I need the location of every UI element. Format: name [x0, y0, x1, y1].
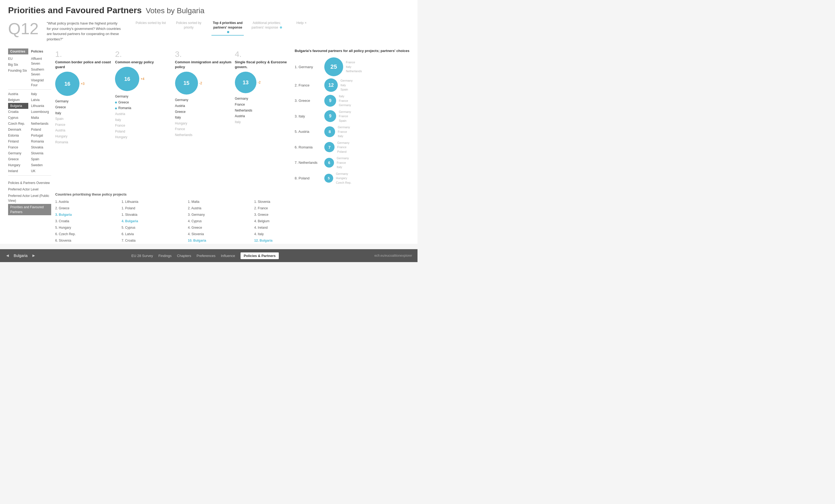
nav-chapters[interactable]: Chapters	[177, 254, 191, 258]
list-item: 3. Greece	[254, 211, 318, 218]
next-arrow[interactable]: ►	[32, 253, 36, 258]
country-item: France	[235, 102, 292, 108]
sidebar-nav-policies-partners-overview[interactable]: Policies & Partners Overview	[8, 180, 51, 186]
partner-8-sub: GermanyHungaryCzech Rep.	[336, 172, 351, 185]
sidebar-item-netherlands[interactable]: Netherlands	[31, 121, 51, 127]
partner-4-name: 3. Italy	[295, 114, 322, 118]
active-dot	[227, 31, 229, 33]
sidebar-item-southern-seven[interactable]: Southern Seven	[31, 66, 51, 77]
question-number: Q12	[8, 21, 39, 37]
sidebar-item-estonia[interactable]: Estonia	[8, 133, 28, 139]
sidebar-item-germany[interactable]: Germany	[8, 150, 28, 156]
policy-3-header: 3. Common immigration and asylum policy	[175, 48, 232, 69]
sidebar-item-eu[interactable]: EU	[8, 56, 28, 62]
sidebar-item-uk[interactable]: UK	[31, 168, 51, 174]
tab-policies-by-priority[interactable]: Policies sorted by priority	[172, 21, 205, 31]
nav-findings[interactable]: Findings	[158, 254, 171, 258]
sidebar-item-founding-six[interactable]: Founding Six	[8, 67, 28, 74]
sidebar-item-bulgaria[interactable]: Bulgaria	[8, 103, 28, 109]
sidebar-item-belgium[interactable]: Belgium	[8, 97, 28, 103]
website-url: ecfr.eu/eucoalitionexplorer	[374, 254, 412, 258]
partner-row-4: 3. Italy 9 GermanyFranceSpain	[295, 109, 409, 123]
tab-top4-priorities[interactable]: Top 4 priorities and partners' response	[211, 21, 244, 36]
prev-arrow[interactable]: ◄	[5, 253, 10, 258]
sidebar-item-luxembourg[interactable]: Luxembourg	[31, 109, 51, 115]
sidebar-nav-preferred-actor-public[interactable]: Preferred Actor Level (Public View)	[8, 193, 51, 204]
list-item-highlight[interactable]: 3. Bulgaria	[55, 211, 119, 218]
country-item-gray: Austria	[115, 111, 172, 117]
sidebar-item-austria[interactable]: Austria	[8, 91, 28, 97]
nav-influence[interactable]: Influence	[221, 254, 235, 258]
policy-1-rank: 1.	[55, 49, 62, 58]
policies-header: Policies	[31, 48, 51, 55]
sidebar-item-affluent-seven[interactable]: Affluent Seven	[31, 56, 51, 66]
list-item-highlight[interactable]: 12. Bulgaria	[254, 237, 318, 244]
partner-2-circle: 12	[324, 78, 338, 92]
partner-1-circle: 25	[324, 57, 343, 76]
policy-col-3: 3. Common immigration and asylum policy …	[175, 48, 232, 187]
sidebar-nav-priorities-partners[interactable]: Priorities and Favoured Partners	[8, 204, 51, 215]
partner-row-6: 6. Romania 7 GermanyFrancePoland	[295, 141, 409, 154]
partner-7-name: 7. Netherlands	[295, 161, 322, 165]
prioritising-grid: 1. Austria 2. Greece 3. Bulgaria 3. Croa…	[55, 199, 409, 244]
help-button[interactable]: Help ×	[296, 21, 307, 25]
partner-row-3: 3. Greece 9 ItalyFranceGermany	[295, 94, 409, 107]
sidebar-item-cyprus[interactable]: Cyprus	[8, 115, 28, 121]
sidebar-divider-1	[8, 89, 51, 90]
country-item-gray: Hungary	[115, 135, 172, 140]
policy-4-circle-area: 13 -2	[235, 72, 292, 93]
sidebar-item-italy[interactable]: Italy	[31, 91, 51, 97]
sidebar-item-visegrad-four[interactable]: Visegrád Four	[31, 77, 51, 88]
policy-3-delta: -2	[199, 81, 202, 85]
content-row: Countries Policies EU Big Six Founding S…	[8, 48, 409, 244]
sidebar-item-slovakia[interactable]: Slovakia	[31, 144, 51, 150]
partner-2-name: 2. France	[295, 83, 322, 87]
sidebar-item-sweden[interactable]: Sweden	[31, 162, 51, 168]
country-item: Germany	[235, 96, 292, 102]
sidebar-item-big-six[interactable]: Big Six	[8, 62, 28, 67]
list-item-highlight[interactable]: 10. Bulgaria	[188, 237, 251, 244]
sidebar-item-croatia[interactable]: Croatia	[8, 109, 28, 115]
partner-2-sub: GermanyItalySpain	[341, 78, 352, 92]
policy-col-4: 4. Single fiscal policy & Eurozone gover…	[235, 48, 292, 187]
sidebar-item-greece[interactable]: Greece	[8, 156, 28, 162]
nav-policies-partners[interactable]: Policies & Partners	[241, 253, 279, 259]
page-header: Priorities and Favoured Partners Votes b…	[8, 5, 409, 15]
nav-eu28-survey[interactable]: EU 28 Survey	[131, 254, 153, 258]
light-dot	[280, 26, 282, 28]
country-item-gray: Spain	[55, 116, 112, 122]
spacer	[321, 199, 409, 244]
tab-additional-priorities[interactable]: Additional priorities; partners' respons…	[250, 21, 283, 31]
list-item: 2. Austria	[188, 205, 251, 211]
bottom-nav-left: ◄ Bulgaria ►	[5, 253, 36, 258]
country-item-gray: Hungary	[55, 134, 112, 140]
sidebar-groups: EU Big Six Founding Six Affluent Seven S…	[8, 56, 51, 88]
sidebar-item-poland[interactable]: Poland	[31, 127, 51, 133]
sidebar-item-czech-rep[interactable]: Czech Rep.	[8, 121, 28, 127]
policy-3-title: Common immigration and asylum policy	[175, 60, 231, 69]
sidebar-item-romania[interactable]: Romania	[31, 139, 51, 144]
sidebar-nav-preferred-actor[interactable]: Preferred Actor Level	[8, 186, 51, 193]
main-container: Priorities and Favoured Partners Votes b…	[0, 0, 418, 244]
sidebar-item-malta[interactable]: Malta	[31, 115, 51, 121]
list-item-highlight[interactable]: 4. Bulgaria	[121, 218, 185, 224]
tab-policies-by-list[interactable]: Policies sorted by list	[136, 21, 166, 26]
list-item: 6. Slovenia	[55, 237, 119, 244]
sidebar-item-hungary[interactable]: Hungary	[8, 162, 28, 168]
sidebar-item-portugal[interactable]: Portugal	[31, 133, 51, 139]
sidebar-item-france[interactable]: France	[8, 144, 28, 150]
dot-icon	[115, 102, 117, 103]
nav-preferences[interactable]: Preferences	[197, 254, 216, 258]
sidebar-item-denmark[interactable]: Denmark	[8, 127, 28, 133]
sidebar-navigation: Policies & Partners Overview Preferred A…	[8, 180, 51, 215]
country-item: Netherlands	[235, 108, 292, 114]
sidebar-item-lithuania[interactable]: Lithuania	[31, 103, 51, 109]
sidebar-item-ireland[interactable]: Ireland	[8, 168, 28, 174]
sidebar-item-latvia[interactable]: Latvia	[31, 97, 51, 103]
sidebar-item-spain[interactable]: Spain	[31, 156, 51, 162]
dot-icon	[115, 107, 117, 109]
sidebar-item-slovenia[interactable]: Slovenia	[31, 150, 51, 156]
sidebar-item-finland[interactable]: Finland	[8, 139, 28, 144]
list-item: 4. Greece	[188, 224, 251, 231]
policy-3-countries: Germany Austria Greece Italy Hungary Fra…	[175, 97, 232, 138]
